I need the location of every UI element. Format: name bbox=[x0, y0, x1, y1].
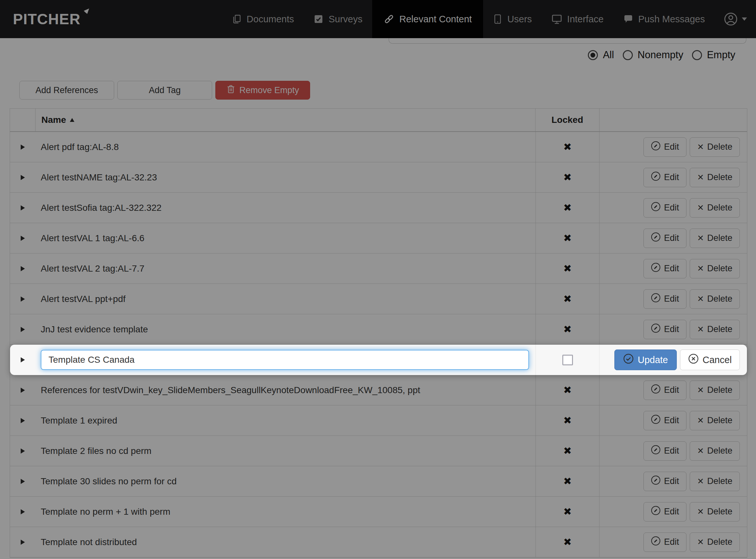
edit-button[interactable]: Edit bbox=[643, 289, 687, 309]
delete-button[interactable]: ✕ Delete bbox=[690, 472, 740, 491]
delete-button[interactable]: ✕ Delete bbox=[690, 533, 740, 552]
row-name: Template 2 files no cd perm bbox=[41, 446, 151, 456]
radio-label: All bbox=[603, 49, 614, 61]
delete-button[interactable]: ✕ Delete bbox=[690, 411, 740, 430]
row-expander-cell[interactable] bbox=[10, 253, 36, 284]
table-row: Alert pdf tag:AL-8.8 ✖ Edit ✕ Delete bbox=[10, 132, 747, 162]
delete-button[interactable]: ✕ Delete bbox=[690, 198, 740, 218]
row-expander-cell[interactable] bbox=[10, 466, 36, 496]
x-mark-icon: ✖ bbox=[563, 445, 572, 457]
add-references-button[interactable]: Add References bbox=[19, 81, 114, 99]
nav-item-interface[interactable]: Interface bbox=[541, 0, 614, 38]
edit-button[interactable]: Edit bbox=[643, 229, 687, 248]
row-expander-cell[interactable] bbox=[10, 223, 36, 253]
row-locked-cell: ✖ bbox=[535, 193, 600, 223]
edit-button[interactable]: Edit bbox=[643, 320, 687, 339]
row-expander-cell[interactable] bbox=[10, 284, 36, 314]
row-name: Alert pdf tag:AL-8.8 bbox=[41, 142, 119, 152]
delete-button[interactable]: ✕ Delete bbox=[690, 289, 740, 309]
radio-label: Nonempty bbox=[638, 49, 683, 61]
edit-button[interactable]: Edit bbox=[643, 472, 687, 491]
row-expander-cell[interactable] bbox=[10, 193, 36, 223]
documents-icon bbox=[231, 14, 242, 25]
remove-empty-button[interactable]: Remove Empty bbox=[215, 81, 310, 99]
row-name: Template 30 slides no perm for cd bbox=[41, 476, 177, 487]
nav-item-label: Documents bbox=[247, 14, 294, 25]
locked-checkbox[interactable] bbox=[562, 355, 573, 365]
header-locked-column[interactable]: Locked bbox=[535, 109, 600, 131]
delete-button[interactable]: ✕ Delete bbox=[690, 320, 740, 339]
row-expander-cell[interactable] bbox=[10, 436, 36, 466]
delete-button-label: Delete bbox=[707, 507, 732, 517]
delete-button[interactable]: ✕ Delete bbox=[690, 229, 740, 248]
table-row: Alert testVAL ppt+pdf ✖ Edit ✕ Delete bbox=[10, 284, 747, 314]
row-name-cell: Alert testVAL 1 tag:AL-6.6 bbox=[36, 223, 535, 253]
delete-button[interactable]: ✕ Delete bbox=[690, 441, 740, 461]
edit-button[interactable]: Edit bbox=[643, 198, 687, 218]
nav-items: DocumentsSurveysRelevant ContentUsersInt… bbox=[222, 0, 715, 38]
nav-item-users[interactable]: Users bbox=[483, 0, 541, 38]
table-row: Template 2 files no cd perm ✖ Edit ✕ Del… bbox=[10, 436, 747, 466]
row-actions-cell: Edit ✕ Delete bbox=[600, 497, 747, 527]
radio-all[interactable]: All bbox=[588, 49, 614, 61]
radio-empty[interactable]: Empty bbox=[692, 49, 735, 61]
row-expander-cell[interactable] bbox=[10, 527, 36, 557]
row-actions-cell: Edit ✕ Delete bbox=[600, 223, 747, 253]
nav-item-surveys[interactable]: Surveys bbox=[304, 0, 372, 38]
row-actions-cell: Edit ✕ Delete bbox=[600, 405, 747, 435]
edit-button-label: Edit bbox=[664, 324, 679, 334]
account-menu-button[interactable] bbox=[715, 0, 756, 38]
delete-button[interactable]: ✕ Delete bbox=[690, 137, 740, 157]
row-locked-cell: ✖ bbox=[535, 253, 600, 284]
expand-row-icon bbox=[21, 418, 25, 423]
row-expander-cell[interactable] bbox=[10, 375, 36, 405]
nav-item-relevant-content[interactable]: Relevant Content bbox=[372, 0, 483, 38]
x-icon: ✕ bbox=[697, 447, 704, 455]
row-expander-cell[interactable] bbox=[10, 314, 36, 344]
pencil-circle-icon bbox=[651, 232, 661, 244]
row-actions-cell: Edit ✕ Delete bbox=[600, 436, 747, 466]
x-mark-icon: ✖ bbox=[563, 232, 572, 244]
radio-selected-icon[interactable] bbox=[588, 50, 598, 60]
edit-button[interactable]: Edit bbox=[643, 137, 687, 157]
row-actions-cell: Edit ✕ Delete bbox=[600, 375, 747, 405]
radio-icon[interactable] bbox=[623, 50, 633, 60]
delete-button[interactable]: ✕ Delete bbox=[690, 502, 740, 521]
delete-button-label: Delete bbox=[707, 324, 732, 334]
cancel-button[interactable]: Cancel bbox=[680, 350, 740, 370]
row-actions-cell: Edit ✕ Delete bbox=[600, 527, 747, 557]
row-expander-cell[interactable] bbox=[10, 162, 36, 193]
delete-button[interactable]: ✕ Delete bbox=[690, 168, 740, 187]
name-edit-input[interactable] bbox=[41, 350, 529, 370]
row-expander-cell[interactable] bbox=[10, 345, 36, 375]
relevant-content-table: Name Locked Alert pdf tag:AL-8.8 ✖ bbox=[10, 108, 747, 558]
header-expander-column bbox=[10, 109, 36, 131]
edit-button[interactable]: Edit bbox=[643, 533, 687, 552]
add-tag-button[interactable]: Add Tag bbox=[117, 81, 212, 99]
row-name-cell: Alert testVAL 2 tag:AL-7.7 bbox=[36, 253, 535, 284]
row-expander-cell[interactable] bbox=[10, 405, 36, 435]
nav-item-documents[interactable]: Documents bbox=[222, 0, 304, 38]
edit-button[interactable]: Edit bbox=[643, 441, 687, 461]
delete-button[interactable]: ✕ Delete bbox=[690, 381, 740, 400]
row-expander-cell[interactable] bbox=[10, 497, 36, 527]
edit-button[interactable]: Edit bbox=[643, 411, 687, 430]
edit-button-label: Edit bbox=[664, 264, 679, 273]
nav-item-push-messages[interactable]: Push Messages bbox=[614, 0, 715, 38]
edit-button[interactable]: Edit bbox=[643, 259, 687, 278]
cancel-button-label: Cancel bbox=[703, 355, 732, 365]
edit-button[interactable]: Edit bbox=[643, 168, 687, 187]
edit-button[interactable]: Edit bbox=[643, 381, 687, 400]
row-locked-cell: ✖ bbox=[535, 132, 600, 162]
radio-nonempty[interactable]: Nonempty bbox=[623, 49, 683, 61]
header-actions-column bbox=[600, 109, 747, 131]
header-name-column[interactable]: Name bbox=[36, 109, 535, 131]
row-expander-cell[interactable] bbox=[10, 132, 36, 162]
edit-button[interactable]: Edit bbox=[643, 502, 687, 521]
delete-button[interactable]: ✕ Delete bbox=[690, 259, 740, 278]
expand-row-icon bbox=[21, 205, 25, 210]
edit-button-label: Edit bbox=[664, 172, 679, 182]
brand[interactable]: PITCHER bbox=[13, 0, 90, 38]
radio-icon[interactable] bbox=[692, 50, 702, 60]
update-button[interactable]: Update bbox=[614, 350, 677, 370]
